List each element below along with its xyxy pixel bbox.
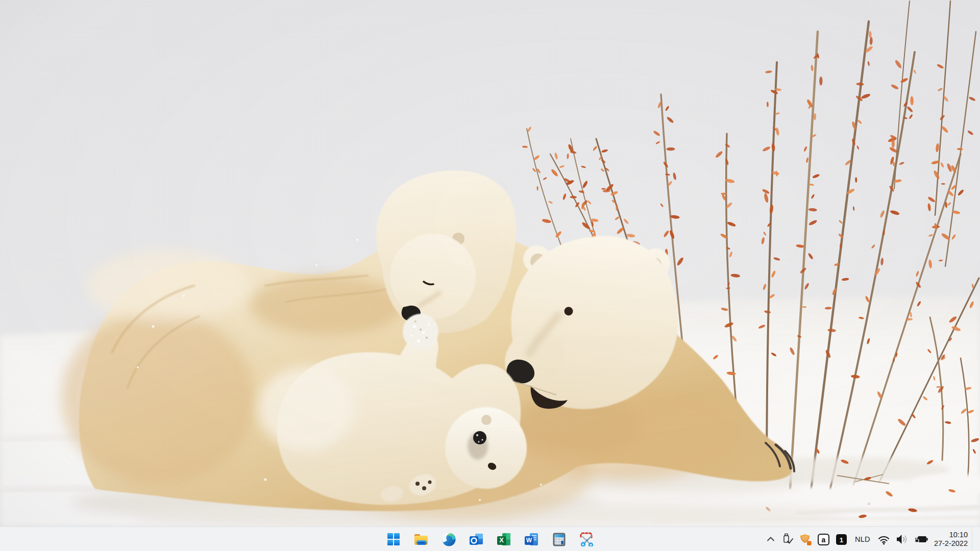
tray-clock-date: 27-2-2022	[934, 539, 968, 548]
svg-text:1: 1	[840, 536, 844, 543]
tray-battery[interactable]	[912, 530, 930, 548]
excel-button[interactable]: X	[494, 529, 514, 549]
svg-text:a: a	[822, 535, 826, 543]
language-label: NLD	[855, 535, 870, 543]
windows-logo-icon	[387, 533, 400, 546]
tray-security-shield[interactable]	[797, 530, 814, 548]
tray-volume[interactable]	[893, 530, 911, 548]
edge-icon	[442, 533, 456, 546]
tray-clock-time: 10:10	[949, 531, 968, 539]
snipping-tool-icon	[579, 532, 594, 546]
wifi-icon	[877, 533, 890, 546]
speaker-icon	[895, 533, 909, 546]
input-1-icon: 1	[835, 533, 848, 546]
svg-text:W: W	[526, 537, 532, 544]
battery-charging-icon	[914, 533, 928, 546]
tray-wifi[interactable]	[875, 530, 892, 548]
excel-icon: X	[497, 532, 511, 546]
edge-button[interactable]	[438, 529, 459, 549]
outlook-button[interactable]	[466, 529, 486, 549]
start-button[interactable]	[383, 529, 404, 549]
chevron-up-icon	[765, 534, 776, 545]
tray-clock[interactable]: 10:10 27-2-2022	[931, 530, 971, 548]
calculator-button[interactable]	[549, 529, 569, 549]
tray-language-indicator[interactable]: NLD	[851, 530, 874, 548]
word-button[interactable]: W	[521, 529, 542, 549]
usb-safely-remove-icon	[781, 533, 794, 545]
show-desktop-strip[interactable]	[972, 527, 976, 551]
input-a-icon: a	[817, 533, 830, 546]
taskbar: X W	[0, 527, 980, 551]
snipping-tool-button[interactable]	[576, 529, 597, 549]
svg-text:X: X	[499, 536, 504, 544]
desktop[interactable]: X W	[0, 0, 980, 551]
tray-hidden-icons-chevron[interactable]	[763, 530, 778, 548]
word-icon: W	[524, 532, 538, 546]
calculator-icon	[552, 533, 566, 546]
file-explorer-icon	[414, 532, 428, 546]
taskbar-center-apps: X W	[383, 527, 597, 551]
tray-input-indicator-1[interactable]: 1	[833, 530, 850, 548]
vignette	[0, 0, 980, 527]
outlook-icon	[469, 532, 483, 546]
wallpaper-polar-bears	[0, 0, 980, 527]
tray-usb-device[interactable]	[779, 530, 796, 548]
system-tray: a 1 NLD	[763, 527, 976, 551]
security-shield-icon	[799, 533, 812, 546]
file-explorer-button[interactable]	[411, 529, 431, 549]
tray-input-indicator-a[interactable]: a	[815, 530, 832, 548]
